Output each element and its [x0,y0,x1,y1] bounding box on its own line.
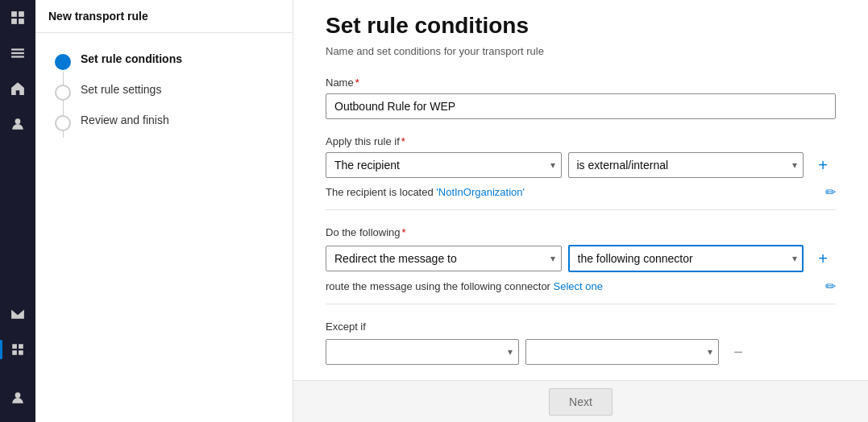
sidebar: New transport rule Set rule conditions S… [35,0,293,422]
active-nav-icon[interactable] [0,332,35,367]
apply-label: Apply this rule if * [326,135,836,147]
svg-rect-5 [11,52,24,54]
mail-icon[interactable] [0,296,35,332]
apply-rule-section: Apply this rule if * The recipient ▾ is … [326,135,836,210]
apply-condition2-select[interactable]: is external/internal [568,152,804,178]
page-subtitle: Name and set conditions for your transpo… [326,45,836,57]
recipient-edit-icon[interactable]: ✏ [825,184,836,200]
route-edit-icon[interactable]: ✏ [825,279,836,294]
except-select[interactable] [326,339,519,365]
nav-bar [0,0,35,422]
do-condition1-wrapper: Redirect the message to ▾ [326,246,562,271]
do-following-section: Do the following * Redirect the message … [326,226,836,304]
except-select2-wrapper: ▾ [525,339,719,365]
route-info-row: route the message using the following co… [326,279,836,304]
apply-condition2-wrapper: is external/internal ▾ [568,152,804,178]
do-condition1-select[interactable]: Redirect the message to [326,246,562,271]
svg-rect-6 [11,56,24,57]
step-circle-settings [55,85,71,101]
recipient-link[interactable]: 'NotInOrganization' [436,186,525,198]
except-row: ▾ ▾ − [326,339,836,365]
main-content: Set rule conditions Name and set conditi… [293,0,868,380]
grid-icon[interactable] [0,0,35,35]
do-condition2-wrapper: the following connector ▾ [568,245,804,272]
recipient-info-row: The recipient is located 'NotInOrganizat… [326,184,836,210]
apply-condition1-select[interactable]: The recipient [326,152,562,178]
step-label-settings: Set rule settings [81,83,161,96]
next-button[interactable]: Next [549,388,613,416]
name-label: Name * [326,77,836,89]
svg-rect-1 [19,11,24,17]
name-input[interactable] [326,93,836,119]
except-select2[interactable] [525,339,719,365]
svg-rect-2 [11,19,17,24]
route-info-text: route the message using the following co… [326,280,603,292]
apply-rule-row: The recipient ▾ is external/internal ▾ + [326,152,836,178]
except-select-wrapper: ▾ [326,339,519,365]
svg-point-12 [15,392,21,398]
do-following-label: Do the following * [326,226,836,238]
name-required: * [355,77,359,89]
admin-user-icon[interactable] [0,380,35,416]
name-section: Name * [326,77,836,119]
except-section: Except if ▾ ▾ − [326,321,836,365]
sidebar-content: Set rule conditions Set rule settings Re… [35,33,293,422]
user-icon[interactable] [0,106,35,142]
do-condition2-select[interactable]: the following connector [568,245,804,272]
menu-icon[interactable] [0,35,35,71]
recipient-info-text: The recipient is located 'NotInOrganizat… [326,186,525,198]
apply-condition1-wrapper: The recipient ▾ [326,152,562,178]
step-item-review[interactable]: Review and finish [55,114,273,131]
footer: Next [293,380,868,422]
except-remove-button[interactable]: − [725,339,751,365]
svg-rect-8 [12,344,17,349]
do-add-button[interactable]: + [810,246,836,271]
apply-required: * [401,135,405,147]
svg-rect-11 [19,350,23,355]
sidebar-header: New transport rule [35,0,293,33]
home-icon[interactable] [0,71,35,106]
page-title: Set rule conditions [326,0,836,39]
do-rule-row: Redirect the message to ▾ the following … [326,245,836,272]
svg-rect-0 [11,11,17,17]
svg-rect-3 [19,19,24,24]
apply-add-button[interactable]: + [810,152,836,178]
except-label: Except if [326,321,836,333]
svg-rect-9 [19,344,23,349]
step-circle-review [55,115,71,131]
step-label-conditions: Set rule conditions [81,52,182,65]
svg-rect-10 [12,350,17,355]
step-item-settings[interactable]: Set rule settings [55,83,273,101]
route-select-link[interactable]: Select one [554,280,603,292]
svg-rect-4 [11,48,24,50]
svg-point-7 [15,118,21,124]
step-circle-conditions [55,54,71,70]
step-label-review: Review and finish [81,114,169,126]
do-required: * [402,226,406,238]
step-item-conditions[interactable]: Set rule conditions [55,52,273,70]
